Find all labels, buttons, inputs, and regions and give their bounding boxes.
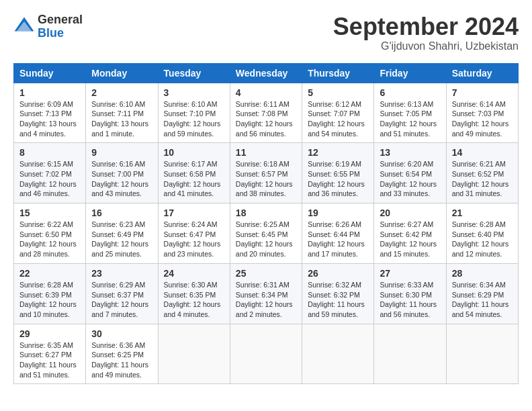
calendar-cell: 4Sunrise: 6:11 AM Sunset: 7:08 PM Daylig… bbox=[230, 83, 302, 143]
day-number: 15 bbox=[19, 208, 80, 218]
calendar-header-monday: Monday bbox=[86, 63, 158, 83]
page-header: General Blue September 2024 G'ijduvon Sh… bbox=[13, 13, 519, 52]
calendar-cell: 13Sunrise: 6:20 AM Sunset: 6:54 PM Dayli… bbox=[374, 143, 446, 203]
day-info: Sunrise: 6:14 AM Sunset: 7:03 PM Dayligh… bbox=[452, 99, 513, 139]
day-info: Sunrise: 6:36 AM Sunset: 6:25 PM Dayligh… bbox=[91, 340, 152, 380]
calendar-cell bbox=[446, 324, 518, 384]
day-number: 4 bbox=[236, 87, 296, 98]
calendar-cell: 5Sunrise: 6:12 AM Sunset: 7:07 PM Daylig… bbox=[302, 83, 374, 143]
day-info: Sunrise: 6:35 AM Sunset: 6:27 PM Dayligh… bbox=[19, 340, 80, 380]
day-info: Sunrise: 6:24 AM Sunset: 6:47 PM Dayligh… bbox=[164, 220, 224, 259]
day-number: 18 bbox=[236, 208, 296, 218]
calendar-week-row: 8Sunrise: 6:15 AM Sunset: 7:02 PM Daylig… bbox=[14, 143, 519, 203]
calendar-cell: 24Sunrise: 6:30 AM Sunset: 6:35 PM Dayli… bbox=[158, 263, 230, 324]
calendar-cell: 30Sunrise: 6:36 AM Sunset: 6:25 PM Dayli… bbox=[86, 324, 158, 384]
day-info: Sunrise: 6:16 AM Sunset: 7:00 PM Dayligh… bbox=[91, 159, 152, 199]
day-number: 27 bbox=[380, 268, 440, 279]
title-block: September 2024 G'ijduvon Shahri, Uzbekis… bbox=[333, 13, 519, 52]
calendar-cell: 27Sunrise: 6:33 AM Sunset: 6:30 PM Dayli… bbox=[374, 263, 446, 324]
calendar-cell: 8Sunrise: 6:15 AM Sunset: 7:02 PM Daylig… bbox=[14, 143, 86, 203]
calendar-cell: 25Sunrise: 6:31 AM Sunset: 6:34 PM Dayli… bbox=[230, 263, 302, 324]
day-info: Sunrise: 6:10 AM Sunset: 7:11 PM Dayligh… bbox=[91, 99, 152, 139]
day-info: Sunrise: 6:27 AM Sunset: 6:42 PM Dayligh… bbox=[380, 220, 440, 259]
calendar-header-thursday: Thursday bbox=[302, 63, 374, 83]
day-info: Sunrise: 6:23 AM Sunset: 6:49 PM Dayligh… bbox=[91, 220, 152, 259]
day-number: 12 bbox=[308, 147, 368, 158]
calendar-cell: 26Sunrise: 6:32 AM Sunset: 6:32 PM Dayli… bbox=[302, 263, 374, 324]
day-number: 11 bbox=[236, 147, 296, 158]
day-info: Sunrise: 6:34 AM Sunset: 6:29 PM Dayligh… bbox=[452, 280, 513, 320]
calendar-cell: 28Sunrise: 6:34 AM Sunset: 6:29 PM Dayli… bbox=[446, 263, 518, 324]
calendar-cell: 21Sunrise: 6:28 AM Sunset: 6:40 PM Dayli… bbox=[446, 203, 518, 264]
day-info: Sunrise: 6:18 AM Sunset: 6:57 PM Dayligh… bbox=[236, 159, 296, 199]
day-info: Sunrise: 6:10 AM Sunset: 7:10 PM Dayligh… bbox=[164, 99, 224, 139]
day-number: 21 bbox=[452, 208, 513, 218]
day-info: Sunrise: 6:28 AM Sunset: 6:40 PM Dayligh… bbox=[452, 220, 513, 259]
month-title: September 2024 bbox=[333, 13, 519, 40]
day-number: 13 bbox=[380, 147, 440, 158]
calendar-cell bbox=[374, 324, 446, 384]
day-number: 25 bbox=[236, 268, 296, 279]
day-info: Sunrise: 6:30 AM Sunset: 6:35 PM Dayligh… bbox=[164, 280, 224, 320]
day-number: 28 bbox=[452, 268, 513, 279]
day-info: Sunrise: 6:11 AM Sunset: 7:08 PM Dayligh… bbox=[236, 99, 296, 139]
calendar-cell: 23Sunrise: 6:29 AM Sunset: 6:37 PM Dayli… bbox=[86, 263, 158, 324]
day-number: 30 bbox=[91, 328, 152, 339]
day-number: 3 bbox=[164, 87, 224, 98]
calendar-cell: 15Sunrise: 6:22 AM Sunset: 6:50 PM Dayli… bbox=[14, 203, 86, 264]
calendar-week-row: 1Sunrise: 6:09 AM Sunset: 7:13 PM Daylig… bbox=[14, 83, 519, 143]
day-info: Sunrise: 6:22 AM Sunset: 6:50 PM Dayligh… bbox=[19, 220, 80, 259]
day-number: 24 bbox=[164, 268, 224, 279]
calendar-cell: 18Sunrise: 6:25 AM Sunset: 6:45 PM Dayli… bbox=[230, 203, 302, 264]
calendar-cell: 22Sunrise: 6:28 AM Sunset: 6:39 PM Dayli… bbox=[14, 263, 86, 324]
day-info: Sunrise: 6:32 AM Sunset: 6:32 PM Dayligh… bbox=[308, 280, 368, 320]
calendar-cell: 9Sunrise: 6:16 AM Sunset: 7:00 PM Daylig… bbox=[86, 143, 158, 203]
day-info: Sunrise: 6:21 AM Sunset: 6:52 PM Dayligh… bbox=[452, 159, 513, 199]
calendar-week-row: 22Sunrise: 6:28 AM Sunset: 6:39 PM Dayli… bbox=[14, 263, 519, 324]
calendar-week-row: 29Sunrise: 6:35 AM Sunset: 6:27 PM Dayli… bbox=[14, 324, 519, 384]
day-number: 17 bbox=[164, 208, 224, 218]
calendar-header-row: SundayMondayTuesdayWednesdayThursdayFrid… bbox=[14, 63, 519, 83]
calendar-cell: 29Sunrise: 6:35 AM Sunset: 6:27 PM Dayli… bbox=[14, 324, 86, 384]
day-number: 2 bbox=[91, 87, 152, 98]
day-number: 23 bbox=[91, 268, 152, 279]
day-number: 26 bbox=[308, 268, 368, 279]
day-number: 22 bbox=[19, 268, 80, 279]
calendar-header-tuesday: Tuesday bbox=[158, 63, 230, 83]
day-info: Sunrise: 6:26 AM Sunset: 6:44 PM Dayligh… bbox=[308, 220, 368, 259]
calendar-cell: 19Sunrise: 6:26 AM Sunset: 6:44 PM Dayli… bbox=[302, 203, 374, 264]
calendar-cell: 12Sunrise: 6:19 AM Sunset: 6:55 PM Dayli… bbox=[302, 143, 374, 203]
day-number: 20 bbox=[380, 208, 440, 218]
logo-icon bbox=[13, 16, 35, 38]
calendar-cell: 11Sunrise: 6:18 AM Sunset: 6:57 PM Dayli… bbox=[230, 143, 302, 203]
day-info: Sunrise: 6:13 AM Sunset: 7:05 PM Dayligh… bbox=[380, 99, 440, 139]
calendar-header-sunday: Sunday bbox=[14, 63, 86, 83]
day-number: 9 bbox=[91, 147, 152, 158]
day-number: 8 bbox=[19, 147, 80, 158]
day-info: Sunrise: 6:17 AM Sunset: 6:58 PM Dayligh… bbox=[164, 159, 224, 199]
calendar-cell: 6Sunrise: 6:13 AM Sunset: 7:05 PM Daylig… bbox=[374, 83, 446, 143]
day-info: Sunrise: 6:29 AM Sunset: 6:37 PM Dayligh… bbox=[91, 280, 152, 320]
calendar-header-wednesday: Wednesday bbox=[230, 63, 302, 83]
day-info: Sunrise: 6:25 AM Sunset: 6:45 PM Dayligh… bbox=[236, 220, 296, 259]
calendar-cell bbox=[302, 324, 374, 384]
day-info: Sunrise: 6:31 AM Sunset: 6:34 PM Dayligh… bbox=[236, 280, 296, 320]
calendar-cell: 14Sunrise: 6:21 AM Sunset: 6:52 PM Dayli… bbox=[446, 143, 518, 203]
calendar-cell: 10Sunrise: 6:17 AM Sunset: 6:58 PM Dayli… bbox=[158, 143, 230, 203]
day-number: 10 bbox=[164, 147, 224, 158]
calendar-cell: 17Sunrise: 6:24 AM Sunset: 6:47 PM Dayli… bbox=[158, 203, 230, 264]
day-number: 16 bbox=[91, 208, 152, 218]
day-number: 29 bbox=[19, 328, 80, 339]
day-info: Sunrise: 6:09 AM Sunset: 7:13 PM Dayligh… bbox=[19, 99, 80, 139]
logo-text: General Blue bbox=[38, 13, 83, 40]
day-info: Sunrise: 6:15 AM Sunset: 7:02 PM Dayligh… bbox=[19, 159, 80, 199]
day-number: 6 bbox=[380, 87, 440, 98]
day-number: 14 bbox=[452, 147, 513, 158]
calendar-cell: 20Sunrise: 6:27 AM Sunset: 6:42 PM Dayli… bbox=[374, 203, 446, 264]
day-info: Sunrise: 6:28 AM Sunset: 6:39 PM Dayligh… bbox=[19, 280, 80, 320]
calendar-cell bbox=[158, 324, 230, 384]
calendar-cell: 1Sunrise: 6:09 AM Sunset: 7:13 PM Daylig… bbox=[14, 83, 86, 143]
calendar-header-saturday: Saturday bbox=[446, 63, 518, 83]
day-number: 19 bbox=[308, 208, 368, 218]
calendar-cell bbox=[230, 324, 302, 384]
